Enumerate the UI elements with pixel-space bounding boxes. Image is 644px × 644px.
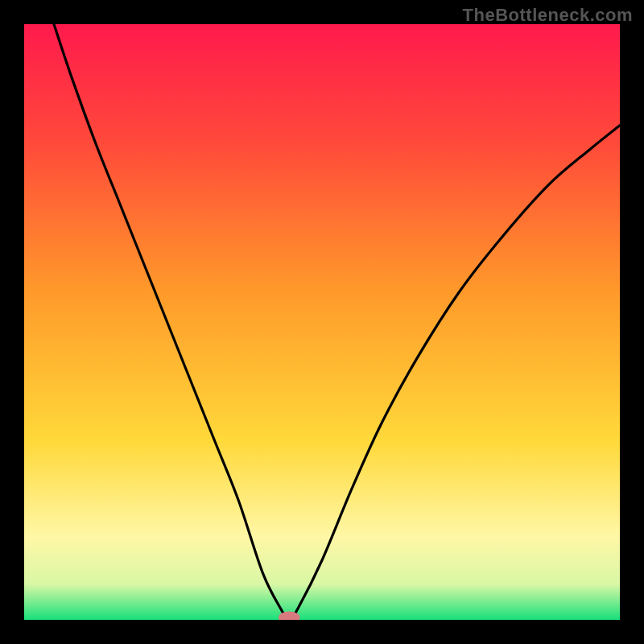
plot-svg	[24, 24, 620, 620]
gradient-background	[24, 24, 620, 620]
watermark-text: TheBottleneck.com	[463, 5, 633, 26]
plot-area	[24, 24, 620, 620]
chart-stage: TheBottleneck.com	[0, 0, 644, 644]
